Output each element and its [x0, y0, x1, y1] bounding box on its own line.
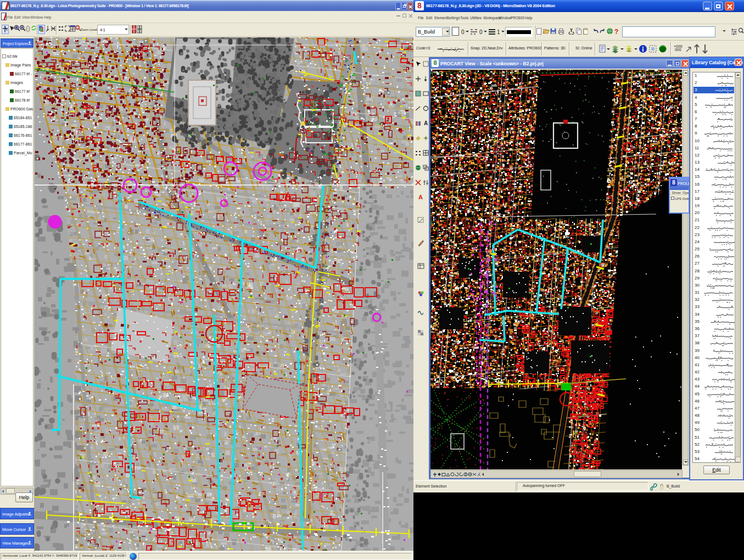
- svg-text:A: A: [424, 120, 428, 126]
- svg-text:A: A: [418, 194, 423, 200]
